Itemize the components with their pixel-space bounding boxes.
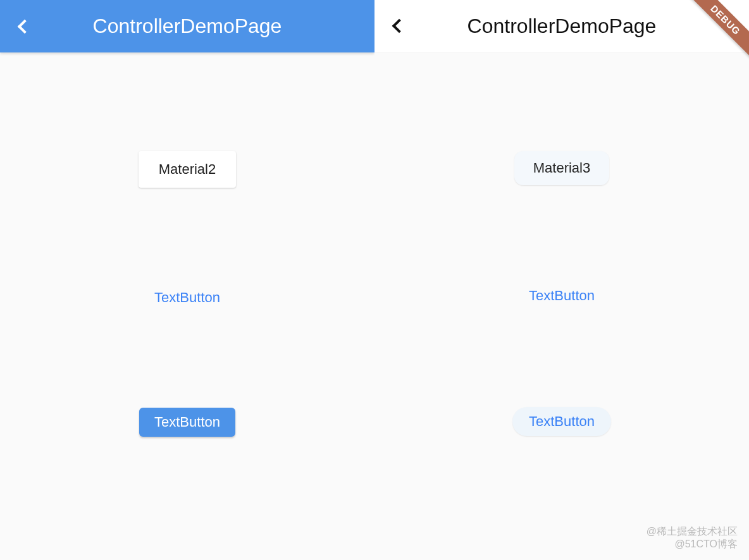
tonal-button-m3[interactable]: TextButton — [512, 407, 611, 436]
card-label: Material3 — [533, 160, 590, 176]
page-title: ControllerDemoPage — [0, 15, 374, 38]
text-button-m2[interactable]: TextButton — [143, 283, 232, 312]
content-m3: Material3 TextButton TextButton — [374, 52, 749, 560]
page-title: ControllerDemoPage — [374, 15, 749, 38]
content-m2: Material2 TextButton TextButton — [0, 52, 374, 560]
material3-pane: ControllerDemoPage Material3 TextButton … — [374, 0, 749, 560]
card-label: Material2 — [159, 161, 216, 177]
elevated-button-m2[interactable]: TextButton — [139, 408, 235, 437]
back-button[interactable] — [8, 11, 38, 42]
text-button-m3[interactable]: TextButton — [517, 281, 606, 310]
material3-card[interactable]: Material3 — [514, 151, 609, 185]
back-icon — [18, 19, 32, 33]
material2-card[interactable]: Material2 — [139, 151, 236, 188]
appbar-m3: ControllerDemoPage — [374, 0, 749, 52]
material2-pane: ControllerDemoPage Material2 TextButton … — [0, 0, 374, 560]
back-button[interactable] — [382, 11, 412, 41]
back-icon — [392, 19, 407, 33]
appbar-m2: ControllerDemoPage — [0, 0, 374, 52]
